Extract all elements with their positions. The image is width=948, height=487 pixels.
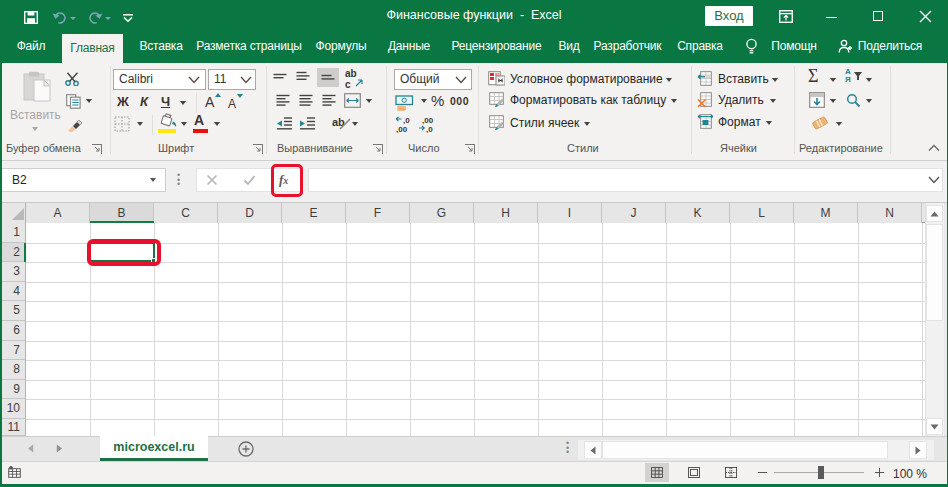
- svg-text:,0: ,0: [426, 125, 433, 134]
- svg-text:,00: ,00: [396, 125, 408, 134]
